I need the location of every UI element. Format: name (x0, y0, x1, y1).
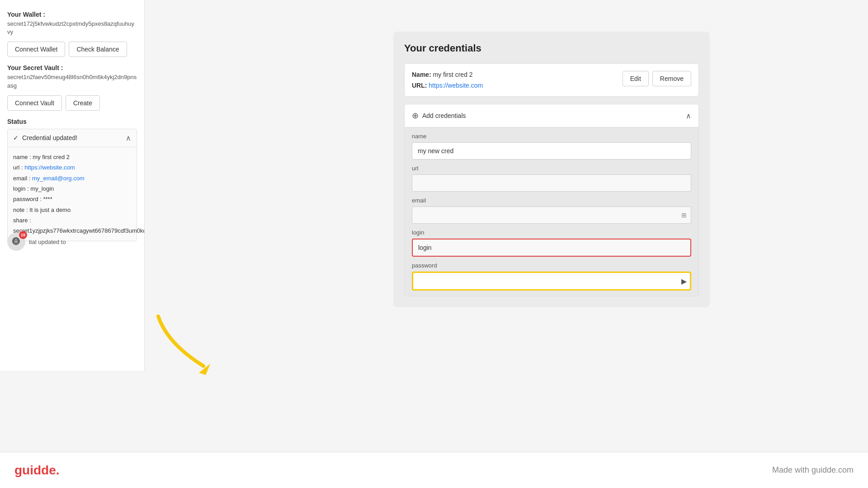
name-field-label: name (412, 133, 691, 140)
wallet-label: Your Wallet : (7, 11, 137, 18)
sidebar: Your Wallet : secret172j5kfvwkudzl2cpxtm… (0, 0, 145, 371)
login-input[interactable] (412, 239, 691, 257)
name-field-container: name (405, 127, 698, 160)
remove-credential-button[interactable]: Remove (652, 71, 691, 86)
avatar-area: 🅐 19 tial updated to (7, 233, 66, 251)
url-field-label: url (412, 165, 691, 172)
status-header-left: ✓ Credential updated! (13, 134, 77, 141)
add-credentials-section: ⊕ Add credentials ∧ name url (404, 104, 699, 296)
main-content: Your credentials Name: my first cred 2 U… (145, 0, 868, 371)
chevron-up-icon[interactable]: ∧ (126, 134, 131, 142)
status-title: Status (7, 118, 137, 125)
url-field-container: url (405, 160, 698, 192)
credential-url-link[interactable]: https://website.com (429, 82, 483, 89)
credential-name: Name: my first cred 2 (412, 71, 623, 78)
status-password: password : **** (13, 194, 131, 204)
add-credentials-form: name url email ⊞ (405, 127, 698, 296)
password-input[interactable] (412, 272, 691, 291)
vault-btn-group: Connect Vault Create (7, 95, 137, 111)
credential-info: Name: my first cred 2 URL: https://websi… (412, 71, 623, 89)
name-value: my first cred 2 (433, 71, 473, 78)
create-button[interactable]: Create (66, 95, 100, 111)
status-url-link[interactable]: https://website.com (24, 164, 75, 171)
avatar-subtext: tial updated to (29, 239, 66, 245)
name-label: Name: (412, 71, 431, 78)
password-field-container: password ▶ (405, 257, 698, 296)
email-input-wrapper: ⊞ (412, 206, 691, 224)
chevron-collapse-icon[interactable]: ∧ (686, 112, 691, 120)
name-input[interactable] (412, 142, 691, 160)
avatar-badge: 19 (19, 231, 27, 239)
status-content: name : my first cred 2 url : https://web… (8, 147, 137, 241)
credential-actions: Edit Remove (623, 71, 691, 86)
wallet-btn-group: Connect Wallet Check Balance (7, 42, 137, 57)
login-field-container: login (405, 224, 698, 257)
edit-credential-button[interactable]: Edit (623, 71, 649, 86)
url-label: URL: (412, 82, 427, 89)
add-credentials-header-left: ⊕ Add credentials (412, 111, 466, 121)
status-header[interactable]: ✓ Credential updated! ∧ (8, 129, 137, 147)
bottom-bar: guidde. Made with guidde.com (0, 452, 868, 488)
url-input[interactable] (412, 174, 691, 192)
status-email-link[interactable]: my_email@org.com (32, 175, 85, 182)
wallet-address: secret172j5kfvwkudzl2cpxtmdy5pxes8azqfuu… (7, 20, 137, 36)
credential-url: URL: https://website.com (412, 82, 623, 89)
status-note: note : It is just a demo (13, 205, 131, 215)
status-name: name : my first cred 2 (13, 152, 131, 162)
status-section: Status ✓ Credential updated! ∧ name : my… (7, 118, 137, 241)
email-field-label: email (412, 197, 691, 204)
add-credentials-label: Add credentials (422, 112, 466, 119)
credentials-title: Your credentials (404, 42, 699, 54)
status-login: login : my_login (13, 183, 131, 194)
email-field-container: email ⊞ (405, 192, 698, 224)
add-circle-icon: ⊕ (412, 111, 419, 121)
credential-row: Name: my first cred 2 URL: https://websi… (412, 71, 691, 89)
credentials-panel: Your credentials Name: my first cred 2 U… (393, 32, 710, 307)
secret-vault-label: Your Secret Vault : (7, 64, 137, 71)
guidde-logo: guidde. (14, 463, 60, 478)
login-field-label: login (412, 229, 691, 236)
made-with-text: Made with guidde.com (772, 465, 854, 475)
status-email: email : my_email@org.com (13, 173, 131, 183)
checkmark-icon: ✓ (13, 134, 19, 141)
avatar[interactable]: 🅐 19 (7, 233, 25, 251)
status-url: url : https://website.com (13, 162, 131, 173)
password-field-label: password (412, 262, 691, 269)
check-balance-button[interactable]: Check Balance (69, 42, 127, 57)
status-message: Credential updated! (22, 134, 77, 141)
status-box: ✓ Credential updated! ∧ name : my first … (7, 129, 137, 241)
secret-vault-address: secret1n2faev50meug48l6sn0h0m6k4ykj2dn9p… (7, 73, 137, 89)
password-input-wrapper: ▶ (412, 272, 691, 291)
email-icon: ⊞ (681, 211, 687, 219)
email-input[interactable] (412, 206, 691, 224)
credential-item: Name: my first cred 2 URL: https://websi… (404, 63, 699, 97)
password-arrow-icon: ▶ (681, 277, 687, 286)
connect-vault-button[interactable]: Connect Vault (7, 95, 62, 111)
add-credentials-header[interactable]: ⊕ Add credentials ∧ (405, 104, 698, 127)
main-inner: Your credentials Name: my first cred 2 U… (145, 0, 868, 45)
connect-wallet-button[interactable]: Connect Wallet (7, 42, 65, 57)
